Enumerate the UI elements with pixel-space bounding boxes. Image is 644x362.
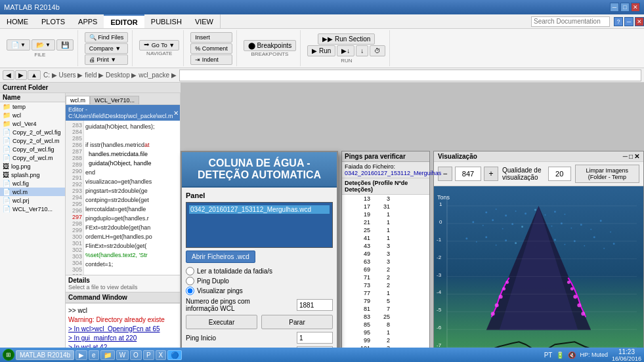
add-files-btn[interactable]: Abrir Ficheiros .wcd <box>186 251 255 263</box>
breakpoints-btn[interactable]: ⬤ Breakpoints <box>244 40 297 51</box>
ping-row-12[interactable]: 771 <box>342 289 429 297</box>
viz-minimize-icon[interactable]: ─ <box>623 153 628 160</box>
goto-btn[interactable]: ⮕ Go To ▼ <box>139 40 179 50</box>
forward-btn[interactable]: ▶ <box>15 70 27 80</box>
minimize-btn[interactable]: ─ <box>610 3 619 12</box>
ping-row-7[interactable]: 493 <box>342 250 429 258</box>
menu-plots[interactable]: PLOTS <box>35 14 72 28</box>
cmd-link2[interactable]: > In gui_mainfcn at 220 <box>68 334 177 343</box>
tree-item-copym[interactable]: 📄Copy_of_wcl.m <box>0 153 65 162</box>
taskbar-powerpoint[interactable]: P <box>143 350 154 360</box>
ping-row-2[interactable]: 191 <box>342 211 429 218</box>
search-box[interactable] <box>527 16 614 27</box>
radio-ler-input[interactable] <box>186 267 194 275</box>
ping-row-13[interactable]: 795 <box>342 297 429 305</box>
radio-duplo[interactable]: Ping Duplo <box>186 277 333 285</box>
ping-row-9[interactable]: 692 <box>342 266 429 273</box>
taskbar-ie[interactable]: e <box>89 350 99 360</box>
menu-apps[interactable]: APPS <box>72 14 104 28</box>
save-btn[interactable]: 💾 <box>56 39 74 50</box>
run-advance-btn[interactable]: ▶↓ <box>337 45 354 56</box>
viz-close-icon[interactable]: ✕ <box>634 153 639 160</box>
tray-network[interactable]: PT <box>544 352 553 359</box>
limpar-btn[interactable]: Limpar Imagens (Folder - Temp <box>575 165 639 183</box>
ping-row-11[interactable]: 732 <box>342 281 429 289</box>
indent-btn[interactable]: ⇥ Indent <box>190 54 232 65</box>
tree-item-wcl[interactable]: 📁wcl <box>0 111 65 119</box>
ping-row-4[interactable]: 251 <box>342 226 429 234</box>
ping-row-1[interactable]: 1731 <box>342 203 429 211</box>
insert-btn[interactable]: Insert <box>190 32 232 43</box>
file-listbox[interactable]: 0342_20160127_153112_Mergulhas.wcd <box>186 202 333 248</box>
ping-row-17[interactable]: 951 <box>342 329 429 336</box>
help-btn[interactable]: ? <box>614 17 623 26</box>
ping-row-6[interactable]: 433 <box>342 242 429 250</box>
taskbar-matlab[interactable]: MATLAB R2014b <box>16 350 74 360</box>
tree-item-copy2m[interactable]: 📄Copy_2_of_wcl.m <box>0 136 65 145</box>
ping-row-8[interactable]: 633 <box>342 258 429 266</box>
editor-close-icon[interactable]: ✕ <box>173 110 179 117</box>
tree-item-wclver4[interactable]: 📁wcl_Ver4 <box>0 119 65 128</box>
taskbar-word[interactable]: W <box>116 350 129 360</box>
listbox-item-0[interactable]: 0342_20160127_153112_Mergulhas.wcd <box>189 205 330 214</box>
new-btn[interactable]: 📄▼ <box>7 39 30 50</box>
maximize-btn[interactable]: □ <box>620 3 630 12</box>
viz-plus-btn[interactable]: + <box>484 167 498 181</box>
close-btn[interactable]: ✕ <box>631 3 640 12</box>
open-btn[interactable]: 📂▼ <box>32 39 55 50</box>
taskbar-excel[interactable]: X <box>156 350 167 360</box>
tree-item-copy2fig[interactable]: 📄Copy_2_of_wcl.fig <box>0 128 65 136</box>
run-section-btn[interactable]: ▶▶ Run Section <box>318 33 375 45</box>
start-button[interactable]: ⊞ <box>3 349 14 361</box>
viz-num-input[interactable] <box>455 167 481 181</box>
cmd-link1[interactable]: > In wcl>wcl_OpeningFcn at 65 <box>68 325 177 334</box>
radio-duplo-input[interactable] <box>186 277 194 285</box>
radio-visualizar[interactable]: Visualizar pings <box>186 287 333 295</box>
back-btn[interactable]: ◀ <box>3 70 14 80</box>
taskbar-outlook[interactable]: O <box>130 350 142 360</box>
tree-item-wclm[interactable]: 📄wcl.m <box>0 188 65 196</box>
search-input[interactable] <box>531 16 610 27</box>
ping-row-14[interactable]: 817 <box>342 305 429 313</box>
comment-btn[interactable]: % Comment <box>190 43 232 54</box>
print-btn[interactable]: 🖨 Print ▼ <box>85 54 129 65</box>
run-time-btn[interactable]: ⏱ <box>370 45 385 56</box>
taskbar-explorer[interactable]: 📁 <box>100 350 115 360</box>
parar-btn[interactable]: Parar <box>261 315 333 329</box>
tree-item-copyfig[interactable]: 📄Copy_of_wcl.fig <box>0 145 65 153</box>
advance-btn[interactable]: ↓ <box>356 45 368 56</box>
menu-view[interactable]: VIEW <box>188 14 220 28</box>
up-btn[interactable]: ▲ <box>28 70 41 80</box>
ping-row-15[interactable]: 8325 <box>342 313 429 321</box>
menu-publish[interactable]: PUBLISH <box>144 14 188 28</box>
close-matlab-btn[interactable]: ✕ <box>635 17 644 26</box>
tray-battery[interactable]: 🔋 <box>556 352 564 359</box>
taskbar-app-blue[interactable]: 🔵 <box>167 350 182 360</box>
tray-speaker[interactable]: 🔇 <box>568 352 576 359</box>
ping-row-18[interactable]: 992 <box>342 336 429 344</box>
menu-editor[interactable]: EDITOR <box>104 14 144 28</box>
ping-info-input[interactable] <box>297 299 333 311</box>
editor-tab-wclm[interactable]: wcl.m <box>66 96 90 104</box>
tree-item-temp[interactable]: 📁temp <box>0 102 65 111</box>
ping-row-10[interactable]: 712 <box>342 273 429 281</box>
ping-row-0[interactable]: 133 <box>342 195 429 203</box>
executar-btn[interactable]: Executar <box>186 315 257 329</box>
ping-row-5[interactable]: 411 <box>342 234 429 242</box>
ping-row-16[interactable]: 858 <box>342 321 429 329</box>
viz-quality-input[interactable] <box>548 167 571 181</box>
compare-btn[interactable]: Compare ▼ <box>85 43 129 54</box>
tree-item-wclfig[interactable]: 📄wcl.fig <box>0 179 65 188</box>
ping-listbox[interactable]: 133 1731 191 211 251 411 433 493 633 692… <box>342 195 429 362</box>
find-files-btn[interactable]: 🔍 Find Files <box>85 32 129 43</box>
radio-visualizar-input[interactable] <box>186 287 194 295</box>
menu-home[interactable]: HOME <box>0 14 35 28</box>
ping-row-3[interactable]: 211 <box>342 218 429 226</box>
ping-inicio-input[interactable] <box>297 332 333 344</box>
address-input[interactable] <box>179 70 641 81</box>
run-btn[interactable]: ▶ Run <box>307 45 335 56</box>
tree-item-log[interactable]: 🖼log.png <box>0 162 65 171</box>
tree-item-wclver710[interactable]: 📄WCL_Ver710... <box>0 205 65 213</box>
editor-tab-ver710[interactable]: WCL_Ver710... <box>90 96 139 104</box>
minimize-toolbar-btn[interactable]: ─ <box>624 17 633 26</box>
